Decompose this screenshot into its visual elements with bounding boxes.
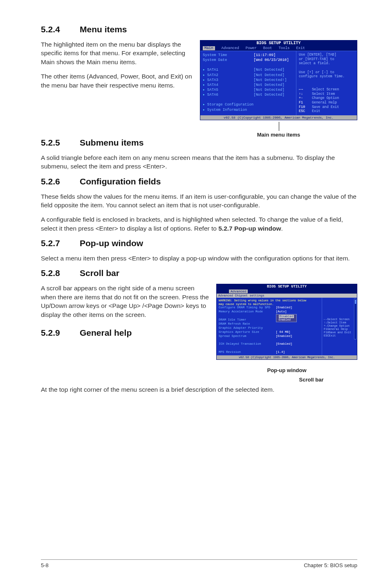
bios-help-pane: Use [ENTER], [TAB] or [SHIFT-TAB] to sel… [296,51,357,115]
bios-subheading: Advanced Chipset settings [217,294,357,298]
chapter-label: Chapter 5: BIOS setup [304,562,357,568]
help-blank [299,66,354,70]
figure-caption-scrollbar: Scroll bar [265,377,357,383]
heading-529: 5.2.9General help [41,328,209,338]
tab-advanced: Advanced [222,46,239,50]
help-line: select a field. [299,61,354,66]
popup-window: DisabledEnabled [276,314,297,323]
heading-524: 5.2.4Menu items [41,25,357,34]
bios-footer: v02.58 (C)Copyright 1985-2006, American … [217,355,357,359]
bios-footer: v02.58 (C)Copyright 1985-2006, American … [200,115,357,120]
help-key-row: +-Change Option [299,96,354,101]
row-sata2: SATA2 [Not Detected] [203,73,294,78]
heading-title: Submenu items [80,138,143,147]
bios-row: Configure DRAM Timing by SPD [Enabled] [219,306,320,310]
help-key-row: F10Save and Exit [324,331,355,334]
heading-525: 5.2.5Submenu items [41,138,357,148]
para: The other items (Advanced, Power, Boot, … [41,72,193,90]
tab-power: Power [246,46,257,50]
bios-row: Spread Spectrum [Enabled] [219,334,320,339]
para: The highlighted item on the menu bar dis… [41,40,193,66]
bios-title: BIOS SETUP UTILITY [200,40,357,46]
heading-title: General help [80,328,132,337]
bios-row: Memory Acceleration Mode [Auto] [219,310,320,314]
bios-menubar: Advanced [217,289,357,294]
heading-title: Menu items [80,25,127,34]
warning-line: WARNING: Setting wrong values in the sec… [219,299,320,302]
page-number: 5-8 [41,562,49,568]
row-sata1: SATA1 [Not Detected] [203,67,294,72]
help-key-row: F1General Help [324,328,355,331]
bios-row: Graphics Aperture Size [ 64 MB] [219,330,320,334]
tab-main: Main [203,46,215,50]
para-text: . [281,225,283,232]
para: A configurable field is enclosed in brac… [41,215,357,233]
heading-num: 5.2.7 [41,238,80,248]
para: These fields show the values for the men… [41,192,357,210]
bios-blank [219,338,320,342]
help-key-row: ↑↓Select Item [299,92,354,97]
bios-screenshot-1: BIOS SETUP UTILITY Main Advanced Power B… [200,40,357,120]
row-systime: System Time [11:17:09] [203,53,294,58]
help-key-row: F1General Help [299,101,354,105]
tab-boot: Boot [263,46,272,50]
help-line: Use [ENTER], [TAB] [299,53,354,57]
bios-row: DRAM Refresh Rate [219,322,320,326]
para: A scroll bar appears on the right side o… [41,284,209,319]
figure-caption-popup: Pop-up window [216,367,357,373]
row-sata6: SATA6 [Not Detected] [203,92,294,97]
bios-screenshot-2: BIOS SETUP UTILITY Advanced Advanced Chi… [216,284,357,360]
para: At the top right corner of the menu scre… [41,385,357,394]
help-key-row: ESCExit [299,109,354,114]
caption-line-icon [279,122,279,131]
row-sata5: SATA5 [Not Detected] [203,88,294,92]
row-sata3: SATA3 [Not Detected!] [203,78,294,83]
heading-527: 5.2.7Pop-up window [41,238,357,248]
tab-advanced: Advanced [229,290,248,293]
help-key-row: F10Save and Exit [299,105,354,110]
bios-left-pane: System Time [11:17:09] System Date [Wed … [200,51,296,115]
popup-option-enabled: Enabled [279,318,291,321]
heading-num: 5.2.8 [41,268,80,278]
heading-title: Pop-up window [80,238,143,248]
help-line: configure system Time. [299,74,354,79]
figure-caption-main-menu: Main menu items [200,132,357,138]
heading-526: 5.2.6Configuration fields [41,177,357,186]
row-sysdate: System Date [Wed 06/23/2010] [203,58,294,63]
row-sata4: SATA4 [Not Detected] [203,83,294,88]
tab-tools: Tools [278,46,289,50]
heading-num: 5.2.9 [41,328,80,338]
help-line: or [SHIFT-TAB] to [299,57,354,62]
warning-line: may cause system to malfunction. [219,303,320,306]
help-key-row: ←→Select Screen [324,318,355,321]
bios-help-pane: ←→Select Screen ↑↓Select Item +-Change O… [322,298,357,355]
help-key-row: ←→Select Screen [299,88,354,92]
para: A solid triangle before each item on any… [41,153,357,171]
bios-row: MPS Revision [1.4] [219,350,320,355]
heading-title: Configuration fields [80,177,161,186]
para: Select a menu item then press <Enter> to… [41,254,357,263]
heading-num: 5.2.6 [41,177,80,186]
heading-num: 5.2.4 [41,25,80,34]
help-blank [299,79,354,83]
scrollbar-icon [354,298,356,339]
tab-exit: Exit [296,46,305,50]
help-key-row: ↑↓Select Item [324,321,355,324]
bios-title: BIOS SETUP UTILITY [217,284,357,289]
row-sysinfo: System Information [203,108,294,112]
heading-title: Scroll bar [80,268,119,278]
bios-left-pane: WARNING: Setting wrong values in the sec… [217,298,322,355]
popup-option-disabled: Disabled [279,315,294,318]
row-blank [203,97,294,102]
page-footer: 5-8 Chapter 5: BIOS setup [41,559,357,568]
bios-menubar: Main Advanced Power Boot Tools Exit [200,46,357,51]
heading-num: 5.2.5 [41,138,80,148]
row-blank [203,63,294,67]
cross-ref: 5.2.7 Pop-up window [218,225,281,232]
help-key-row: +-Change Option [324,324,355,328]
row-storage: Storage Configuration [203,102,294,107]
para-text: A configurable field is enclosed in brac… [41,216,343,231]
help-line: Use [+] or [-] to [299,70,354,75]
heading-528: 5.2.8Scroll bar [41,268,357,278]
bios-row: DRAM Idle Timer DisabledEnabled [219,314,320,323]
